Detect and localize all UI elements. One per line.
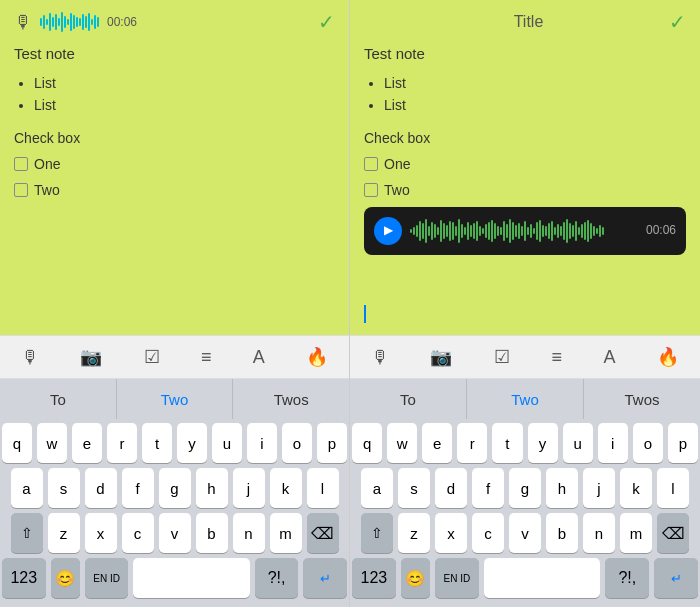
key-d[interactable]: d: [85, 468, 117, 508]
right-checkbox-two-input[interactable]: [364, 183, 378, 197]
key-x[interactable]: x: [85, 513, 117, 553]
list-toolbar-btn[interactable]: ≡: [193, 343, 220, 372]
key-c[interactable]: c: [122, 513, 154, 553]
mic-toolbar-btn[interactable]: 🎙: [13, 343, 47, 372]
key-m[interactable]: m: [270, 513, 302, 553]
right-key-row-1: q w e r t y u i o p: [352, 423, 698, 463]
right-key-123[interactable]: 123: [352, 558, 396, 598]
autocomplete-two[interactable]: Two: [117, 379, 234, 419]
right-checkbox-two[interactable]: Two: [364, 179, 686, 201]
checkbox-two-input[interactable]: [14, 183, 28, 197]
right-camera-btn[interactable]: 📷: [422, 342, 460, 372]
key-a[interactable]: a: [11, 468, 43, 508]
right-key-e[interactable]: e: [422, 423, 452, 463]
right-key-g[interactable]: g: [509, 468, 541, 508]
right-key-n[interactable]: n: [583, 513, 615, 553]
right-key-shift[interactable]: ⇧: [361, 513, 393, 553]
right-autocomplete-twos[interactable]: Twos: [584, 379, 700, 419]
key-g[interactable]: g: [159, 468, 191, 508]
right-key-i[interactable]: i: [598, 423, 628, 463]
key-o[interactable]: o: [282, 423, 312, 463]
key-lang[interactable]: EN ID: [85, 558, 129, 598]
play-button[interactable]: ▶: [374, 217, 402, 245]
right-font-btn[interactable]: A: [596, 343, 624, 372]
right-note-title: Title: [388, 13, 669, 31]
right-key-u[interactable]: u: [563, 423, 593, 463]
right-key-a[interactable]: a: [361, 468, 393, 508]
key-n[interactable]: n: [233, 513, 265, 553]
left-check-icon[interactable]: ✓: [318, 10, 335, 34]
key-v[interactable]: v: [159, 513, 191, 553]
right-checkbox-one[interactable]: One: [364, 153, 686, 175]
key-123[interactable]: 123: [2, 558, 46, 598]
right-mic-btn[interactable]: 🎙: [363, 343, 397, 372]
right-key-space[interactable]: [484, 558, 601, 598]
mic-icon: 🎙: [14, 12, 32, 33]
checklist-toolbar-btn[interactable]: ☑: [136, 342, 168, 372]
key-backspace[interactable]: ⌫: [307, 513, 339, 553]
right-key-s[interactable]: s: [398, 468, 430, 508]
right-key-f[interactable]: f: [472, 468, 504, 508]
key-punct[interactable]: ?!,: [255, 558, 299, 598]
right-key-v[interactable]: v: [509, 513, 541, 553]
autocomplete-to[interactable]: To: [0, 379, 117, 419]
right-key-o[interactable]: o: [633, 423, 663, 463]
key-j[interactable]: j: [233, 468, 265, 508]
right-key-m[interactable]: m: [620, 513, 652, 553]
key-return[interactable]: ↵: [303, 558, 347, 598]
camera-toolbar-btn[interactable]: 📷: [72, 342, 110, 372]
right-checklist-btn[interactable]: ☑: [486, 342, 518, 372]
key-b[interactable]: b: [196, 513, 228, 553]
right-key-backspace[interactable]: ⌫: [657, 513, 689, 553]
key-f[interactable]: f: [122, 468, 154, 508]
right-key-d[interactable]: d: [435, 468, 467, 508]
key-l[interactable]: l: [307, 468, 339, 508]
key-p[interactable]: p: [317, 423, 347, 463]
key-u[interactable]: u: [212, 423, 242, 463]
right-key-y[interactable]: y: [528, 423, 558, 463]
right-key-h[interactable]: h: [546, 468, 578, 508]
right-key-j[interactable]: j: [583, 468, 615, 508]
right-key-k[interactable]: k: [620, 468, 652, 508]
key-z[interactable]: z: [48, 513, 80, 553]
key-h[interactable]: h: [196, 468, 228, 508]
right-check-icon[interactable]: ✓: [669, 10, 686, 34]
right-key-q[interactable]: q: [352, 423, 382, 463]
right-list-btn[interactable]: ≡: [544, 343, 571, 372]
key-r[interactable]: r: [107, 423, 137, 463]
right-autocomplete-to[interactable]: To: [350, 379, 467, 419]
key-q[interactable]: q: [2, 423, 32, 463]
font-toolbar-btn[interactable]: A: [245, 343, 273, 372]
key-space[interactable]: [133, 558, 249, 598]
fire-toolbar-btn[interactable]: 🔥: [298, 342, 336, 372]
key-i[interactable]: i: [247, 423, 277, 463]
right-key-t[interactable]: t: [492, 423, 522, 463]
right-key-p[interactable]: p: [668, 423, 698, 463]
right-key-emoji[interactable]: 😊: [401, 558, 430, 598]
right-key-r[interactable]: r: [457, 423, 487, 463]
right-fire-btn[interactable]: 🔥: [649, 342, 687, 372]
right-key-return[interactable]: ↵: [654, 558, 698, 598]
right-key-w[interactable]: w: [387, 423, 417, 463]
right-key-punct[interactable]: ?!,: [605, 558, 649, 598]
left-checkbox-one[interactable]: One: [14, 153, 335, 175]
key-k[interactable]: k: [270, 468, 302, 508]
checkbox-one-input[interactable]: [14, 157, 28, 171]
right-key-z[interactable]: z: [398, 513, 430, 553]
right-checkbox-one-input[interactable]: [364, 157, 378, 171]
right-key-lang[interactable]: EN ID: [435, 558, 479, 598]
key-t[interactable]: t: [142, 423, 172, 463]
right-key-c[interactable]: c: [472, 513, 504, 553]
autocomplete-twos[interactable]: Twos: [233, 379, 349, 419]
key-shift[interactable]: ⇧: [11, 513, 43, 553]
right-autocomplete-two[interactable]: Two: [467, 379, 584, 419]
key-w[interactable]: w: [37, 423, 67, 463]
key-s[interactable]: s: [48, 468, 80, 508]
key-e[interactable]: e: [72, 423, 102, 463]
right-key-l[interactable]: l: [657, 468, 689, 508]
key-y[interactable]: y: [177, 423, 207, 463]
left-checkbox-two[interactable]: Two: [14, 179, 335, 201]
right-key-x[interactable]: x: [435, 513, 467, 553]
key-emoji[interactable]: 😊: [51, 558, 80, 598]
right-key-b[interactable]: b: [546, 513, 578, 553]
